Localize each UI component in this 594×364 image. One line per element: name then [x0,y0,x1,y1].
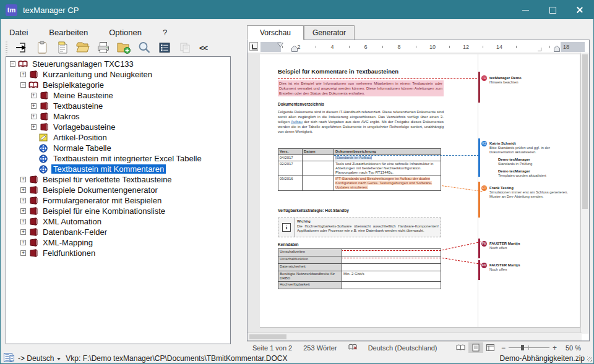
details-icon[interactable] [157,40,173,55]
tree-item[interactable]: Artikel-Position [6,132,230,143]
ruler-number: 12 [463,43,469,51]
minimize-icon [522,10,529,11]
expand-icon[interactable]: + [20,72,26,77]
tree-item[interactable]: +Meine Bausteine [6,90,230,101]
tree-item[interactable]: +Beispiel für verkettete Textbausteine [6,174,230,185]
horizontal-scrollbar-thumb[interactable] [249,334,286,339]
expand-icon[interactable]: + [20,198,26,203]
minimize-button[interactable] [512,1,539,19]
zoom-in-button[interactable]: + [549,344,560,352]
web-layout-button[interactable] [483,342,498,353]
expand-icon[interactable]: + [20,177,26,182]
comment-reply[interactable]: Demo texManagerTemplates wurden aktualis… [498,169,575,178]
tree-item[interactable]: +XML-Mapping [6,237,230,248]
copy-icon[interactable] [177,40,193,55]
table-cell: Tools und Zusatzfunktionen für eine schn… [334,161,441,176]
collapse-icon[interactable]: << [197,40,209,55]
close-button[interactable] [566,1,593,19]
zoom-out-button[interactable]: − [498,344,509,352]
comment-card[interactable]: FTFrank TestingSimulationen immer erst a… [481,185,575,199]
vertical-scrollbar-thumb[interactable] [582,54,588,209]
new-note-icon[interactable] [54,40,71,55]
search-icon[interactable] [136,40,152,55]
collapse-icon[interactable]: − [10,61,15,67]
kenndaten-row: Hochverfügbarkeit [278,282,441,289]
collapse-icon[interactable]: − [20,82,26,88]
preview-canvas[interactable]: Beispiel für Kommentare in Textbausteine… [248,53,582,334]
menu-item-?[interactable]: ? [160,27,170,38]
comment-card[interactable]: FMFAUSTER MartijnNoch offen [481,241,575,250]
tree-item[interactable]: Textbaustein mit integrierter Excel Tabe… [6,153,230,164]
expand-icon[interactable]: + [20,208,26,214]
toolbar: << [6,39,209,56]
kenndaten-row: Umschaltfunktion [278,256,441,264]
right-indent-marker[interactable] [554,46,560,52]
tree-item[interactable]: +Datenbank-Felder [6,227,230,237]
tree-item[interactable]: −Steuerungsanlagen TXC133 [6,59,230,69]
tree-item-label: Beispiele Dokumentengenerator [41,185,160,195]
expand-icon[interactable]: + [20,219,26,224]
language-indicator[interactable]: Deutsch (Deutschland) [363,344,443,352]
left-indent-marker[interactable] [291,46,298,52]
expand-icon[interactable]: + [20,229,26,235]
status-archive-link[interactable]: Demo-Abhängigkeiten.zip [500,354,585,363]
comment-reply[interactable]: Demo texManagerStandards in Prüfung [498,157,575,166]
zoom-slider[interactable] [509,347,549,348]
comment-card[interactable]: FMFAUSTER MartijnNoch offen [481,263,575,272]
tree-item[interactable]: +Beispiel für eine Kombinationsliste [6,206,230,216]
reply-text: Templates wurden aktualisiert [498,174,575,178]
tree-item[interactable]: +Formulargenerator mit Beispielen [6,195,230,206]
tab-generator[interactable]: Generator [304,25,355,40]
language-dropdown-arrow[interactable] [57,358,61,360]
table-row: 09/2016IFT-Standards und Beschreibungen … [278,176,441,191]
zoom-slider-thumb[interactable] [521,345,524,350]
expand-icon[interactable]: + [31,103,37,109]
zoom-level[interactable]: 50 % [560,344,590,352]
clipboard-icon[interactable] [34,40,50,55]
menu-item-bearbeiten[interactable]: Bearbeiten [46,27,90,38]
comment-author: Katrin Schmidt [489,141,575,146]
info-box-body: Die Hochverfügbarkeits-Software überwach… [297,224,439,233]
tab-vorschau[interactable]: Vorschau [247,25,304,40]
add-folder-icon[interactable] [116,40,132,55]
tree-item[interactable]: +Beispiele Dokumentengenerator [6,185,230,195]
expand-icon[interactable]: + [20,250,26,256]
first-line-indent-marker[interactable] [277,43,283,47]
table-row: 02/2017Tools und Zusatzfunktionen für ei… [278,161,441,176]
word-count[interactable]: 253 Wörter [298,344,342,352]
tree-item[interactable]: Textbaustein mit Kommentaren [6,164,230,174]
tree-item[interactable]: −Beispielkategorie [6,80,230,90]
expand-icon[interactable]: + [31,124,37,130]
maximize-button[interactable] [539,1,566,19]
print-icon[interactable] [95,40,111,55]
expand-icon[interactable]: + [31,114,37,119]
comment-card[interactable]: KSKatrin SchmidtBitte Standards prüfen u… [481,141,575,178]
tab-stop-selector[interactable] [249,42,258,51]
tree-item[interactable]: +Makros [6,111,230,122]
comment-card[interactable]: TDtexManager DemoHinweis beachten [481,75,575,85]
menu-item-datei[interactable]: Datei [7,27,30,38]
expand-icon[interactable]: + [20,187,26,193]
tree-item[interactable]: +XML Automation [6,216,230,227]
read-mode-button[interactable] [454,342,468,353]
proofing-icon[interactable] [343,344,363,352]
print-layout-button[interactable] [468,342,483,353]
doc-link[interactable]: Aufbau [291,120,303,124]
resize-grip[interactable] [587,357,592,362]
horizontal-scrollbar[interactable] [248,332,582,341]
book-icon [39,91,49,99]
status-language[interactable]: -> Deutsch [18,354,54,363]
page-indicator[interactable]: Seite 1 von 2 [247,344,298,352]
expand-icon[interactable]: + [31,93,37,98]
open-folder-icon[interactable] [75,40,91,55]
tree-item[interactable]: +Vorlagebausteine [6,122,230,132]
vertical-scrollbar[interactable] [580,53,589,334]
table-cell: IFT-Standards und Beschreibungen im Aufb… [334,176,441,191]
tree-item[interactable]: Normale Tabelle [6,143,230,153]
tree-item[interactable]: +Kurzanleitung und Neuigkeiten [6,69,230,80]
menu-item-optionen[interactable]: Optionen [106,27,144,38]
expand-icon[interactable]: + [20,240,26,245]
tree-item[interactable]: +Feldfunktionen [6,248,230,258]
export-icon[interactable] [14,40,30,55]
tree-item[interactable]: +Textbausteine [6,101,230,111]
